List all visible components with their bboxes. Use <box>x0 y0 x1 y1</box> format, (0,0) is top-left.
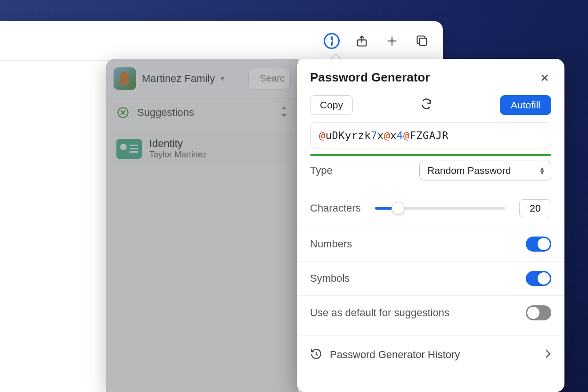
item-title: Identity <box>149 138 207 150</box>
characters-slider[interactable] <box>375 207 505 210</box>
share-icon[interactable] <box>353 33 370 49</box>
type-value: Random Password <box>427 165 511 176</box>
chevron-right-icon <box>545 349 551 361</box>
svg-rect-3 <box>419 38 426 45</box>
search-input[interactable]: Searc <box>248 68 291 90</box>
sort-updown-icon[interactable] <box>280 106 288 119</box>
type-select[interactable]: Random Password ▲▼ <box>419 161 551 180</box>
suggestions-popup: Martinez Family ▾ Searc Suggestions Iden… <box>106 59 298 392</box>
suggestions-icon <box>116 106 130 119</box>
browser-toolbar <box>0 21 443 61</box>
autofill-button[interactable]: Autofill <box>500 95 551 115</box>
copy-button[interactable]: Copy <box>310 95 353 115</box>
close-button[interactable] <box>538 71 551 84</box>
slider-thumb[interactable] <box>392 202 405 215</box>
history-icon <box>310 348 322 362</box>
svg-rect-1 <box>330 40 332 42</box>
identity-card-icon <box>116 139 142 159</box>
identity-item[interactable]: Identity Taylor Martinez <box>112 132 293 165</box>
popup-header: Martinez Family ▾ Searc <box>106 59 298 98</box>
numbers-label: Numbers <box>310 238 518 250</box>
refresh-icon <box>420 98 433 110</box>
item-subtitle: Taylor Martinez <box>149 150 207 160</box>
default-label: Use as default for suggestions <box>310 307 518 319</box>
symbols-toggle[interactable] <box>526 271 551 286</box>
suggestions-section-header[interactable]: Suggestions <box>106 98 298 127</box>
suggestions-label: Suggestions <box>137 106 273 119</box>
tabs-icon[interactable] <box>414 33 431 49</box>
regenerate-button[interactable] <box>420 98 433 112</box>
chevron-down-icon: ▾ <box>220 74 224 83</box>
password-generator-panel: Password Generator Copy Autofill @uDKyrz… <box>297 59 564 392</box>
plus-icon[interactable] <box>384 33 400 49</box>
generated-password[interactable]: @uDKyrzk7x@x4@FZGAJR <box>310 122 551 148</box>
account-name[interactable]: Martinez Family <box>142 73 215 85</box>
symbols-label: Symbols <box>310 272 518 285</box>
characters-label: Characters <box>310 202 361 214</box>
default-toggle[interactable] <box>526 305 551 320</box>
history-label: Password Generator History <box>330 349 537 361</box>
onepassword-extension-icon[interactable] <box>323 33 340 49</box>
close-icon <box>540 74 549 82</box>
numbers-toggle[interactable] <box>526 237 551 252</box>
type-label: Type <box>310 164 333 177</box>
panel-title: Password Generator <box>310 70 538 85</box>
account-avatar[interactable] <box>114 67 136 90</box>
history-row[interactable]: Password Generator History <box>297 335 564 374</box>
search-placeholder: Searc <box>260 73 285 84</box>
updown-icon: ▲▼ <box>539 166 545 175</box>
search-icon <box>254 74 256 83</box>
svg-point-4 <box>254 78 255 79</box>
characters-value[interactable]: 20 <box>519 199 551 217</box>
